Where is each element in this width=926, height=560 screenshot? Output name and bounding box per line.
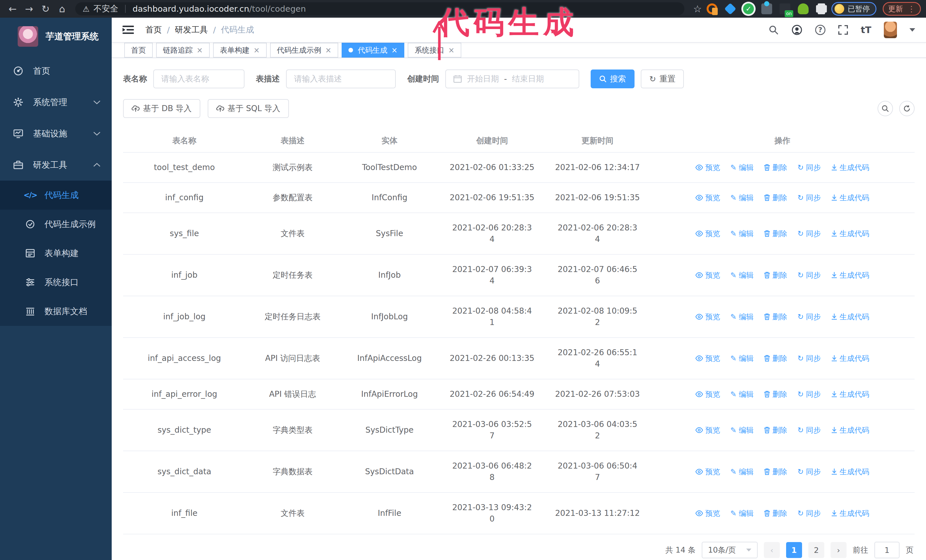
sync-link[interactable]: ↻ 同步 <box>797 466 821 477</box>
preview-link[interactable]: 预览 <box>696 228 720 239</box>
browser-update-button[interactable]: 更新 ⋮ <box>883 2 921 16</box>
prev-page-button[interactable]: ‹ <box>764 542 780 558</box>
github-icon[interactable] <box>791 24 803 36</box>
generate-code-link[interactable]: 生成代码 <box>831 507 869 519</box>
sync-link[interactable]: ↻ 同步 <box>797 507 821 519</box>
import-db-button[interactable]: 基于 DB 导入 <box>123 99 200 118</box>
delete-link[interactable]: 删除 <box>764 162 787 173</box>
generate-code-link[interactable]: 生成代码 <box>831 388 869 400</box>
sidebar-item-home[interactable]: 首页 <box>0 55 112 87</box>
delete-link[interactable]: 删除 <box>764 311 787 323</box>
edit-link[interactable]: ✎ 编辑 <box>730 192 754 203</box>
browser-home-icon[interactable]: ⌂ <box>55 2 70 16</box>
close-icon[interactable]: × <box>254 46 260 54</box>
preview-link[interactable]: 预览 <box>696 269 720 281</box>
sync-link[interactable]: ↻ 同步 <box>797 353 821 364</box>
extension-icon[interactable] <box>724 3 736 15</box>
browser-forward-icon[interactable]: → <box>22 2 36 16</box>
page-number-1[interactable]: 1 <box>786 542 802 558</box>
delete-link[interactable]: 删除 <box>764 388 787 400</box>
edit-link[interactable]: ✎ 编辑 <box>730 228 754 239</box>
generate-code-link[interactable]: 生成代码 <box>831 353 869 364</box>
edit-link[interactable]: ✎ 编辑 <box>730 507 754 519</box>
generate-code-link[interactable]: 生成代码 <box>831 162 869 173</box>
generate-code-link[interactable]: 生成代码 <box>831 228 869 239</box>
extension-icon[interactable] <box>707 3 717 14</box>
edit-link[interactable]: ✎ 编辑 <box>730 311 754 323</box>
page-number-2[interactable]: 2 <box>808 542 824 558</box>
delete-link[interactable]: 删除 <box>764 424 787 436</box>
extension-icon[interactable] <box>798 3 809 14</box>
preview-link[interactable]: 预览 <box>696 353 720 364</box>
table-name-input[interactable]: 请输入表名称 <box>153 69 244 88</box>
tab-codegen[interactable]: 代码生成 × <box>342 43 404 57</box>
sync-link[interactable]: ↻ 同步 <box>797 311 821 323</box>
delete-link[interactable]: 删除 <box>764 269 787 281</box>
generate-code-link[interactable]: 生成代码 <box>831 269 869 281</box>
tab-codegen-example[interactable]: 代码生成示例 × <box>270 43 339 57</box>
preview-link[interactable]: 预览 <box>696 424 720 436</box>
edit-link[interactable]: ✎ 编辑 <box>730 466 754 477</box>
toggle-search-button[interactable] <box>878 101 893 116</box>
preview-link[interactable]: 预览 <box>696 162 720 173</box>
help-icon[interactable]: ? <box>815 25 825 35</box>
tab-form-builder[interactable]: 表单构建 × <box>213 43 267 57</box>
sidebar-item-system-api[interactable]: 系统接口 <box>0 268 112 297</box>
sync-link[interactable]: ↻ 同步 <box>797 269 821 281</box>
close-icon[interactable]: × <box>391 46 398 54</box>
preview-link[interactable]: 预览 <box>696 388 720 400</box>
page-size-select[interactable]: 10条/页 <box>702 542 758 558</box>
generate-code-link[interactable]: 生成代码 <box>831 192 869 203</box>
sidebar-item-db-doc[interactable]: 数据库文档 <box>0 297 112 326</box>
extension-icon[interactable] <box>743 3 754 14</box>
browser-reload-icon[interactable]: ↻ <box>38 2 53 16</box>
next-page-button[interactable]: › <box>831 542 846 558</box>
edit-link[interactable]: ✎ 编辑 <box>730 162 754 173</box>
sync-link[interactable]: ↻ 同步 <box>797 388 821 400</box>
bookmark-star-icon[interactable]: ☆ <box>690 2 705 16</box>
sidebar-item-infra[interactable]: 基础设施 <box>0 118 112 149</box>
edit-link[interactable]: ✎ 编辑 <box>730 269 754 281</box>
delete-link[interactable]: 删除 <box>764 192 787 203</box>
reset-button[interactable]: ↻ 重置 <box>641 69 684 88</box>
hamburger-icon[interactable] <box>123 25 134 35</box>
delete-link[interactable]: 删除 <box>764 507 787 519</box>
app-logo-row[interactable]: 芋道管理系统 <box>0 18 112 55</box>
browser-menu-icon[interactable]: ⋮ <box>908 4 915 14</box>
user-menu-caret-icon[interactable] <box>909 28 915 32</box>
goto-page-input[interactable]: 1 <box>875 542 899 558</box>
sync-link[interactable]: ↻ 同步 <box>797 192 821 203</box>
table-desc-input[interactable]: 请输入表描述 <box>286 69 396 88</box>
close-icon[interactable]: × <box>325 46 331 54</box>
edit-link[interactable]: ✎ 编辑 <box>730 353 754 364</box>
browser-profile-chip[interactable]: 已暂停 <box>831 2 876 16</box>
sync-link[interactable]: ↻ 同步 <box>797 162 821 173</box>
edit-link[interactable]: ✎ 编辑 <box>730 388 754 400</box>
generate-code-link[interactable]: 生成代码 <box>831 424 869 436</box>
user-avatar[interactable] <box>884 22 897 38</box>
sync-link[interactable]: ↻ 同步 <box>797 424 821 436</box>
generate-code-link[interactable]: 生成代码 <box>831 466 869 477</box>
sidebar-item-system[interactable]: 系统管理 <box>0 87 112 118</box>
extension-icon[interactable] <box>779 3 790 14</box>
create-time-range-picker[interactable]: 开始日期 - 结束日期 <box>445 69 579 88</box>
font-size-icon[interactable]: tT <box>861 24 871 35</box>
breadcrumb-home[interactable]: 首页 <box>145 24 162 36</box>
address-bar[interactable]: ⚠ 不安全 dashboard.yudao.iocoder.cn/tool/co… <box>75 2 684 15</box>
breadcrumb-devtools[interactable]: 研发工具 <box>175 24 208 36</box>
import-sql-button[interactable]: 基于 SQL 导入 <box>208 99 289 118</box>
preview-link[interactable]: 预览 <box>696 192 720 203</box>
tab-tracing[interactable]: 链路追踪 × <box>156 43 210 57</box>
sidebar-item-codegen-example[interactable]: 代码生成示例 <box>0 210 112 239</box>
sidebar-item-form-builder[interactable]: 表单构建 <box>0 239 112 268</box>
search-icon[interactable] <box>769 25 779 35</box>
delete-link[interactable]: 删除 <box>764 466 787 477</box>
delete-link[interactable]: 删除 <box>764 353 787 364</box>
sidebar-item-codegen[interactable]: </> 代码生成 <box>0 181 112 210</box>
refresh-table-button[interactable] <box>899 101 915 116</box>
preview-link[interactable]: 预览 <box>696 507 720 519</box>
tab-home[interactable]: 首页 <box>124 43 153 57</box>
fullscreen-icon[interactable] <box>838 25 848 35</box>
preview-link[interactable]: 预览 <box>696 311 720 323</box>
edit-link[interactable]: ✎ 编辑 <box>730 424 754 436</box>
